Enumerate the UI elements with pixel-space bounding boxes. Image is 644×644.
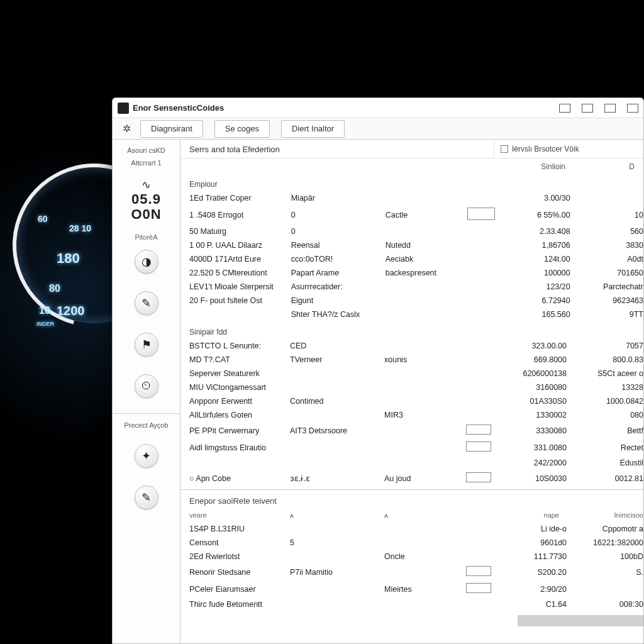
cell-val1: 0 [282, 225, 377, 238]
gauge-10: 10 [39, 305, 50, 316]
cell-num2 [579, 191, 643, 205]
caret1-icon[interactable]: ʌ [290, 512, 294, 519]
window-title: Enor SensensticCoides [133, 103, 224, 113]
cell-box [457, 456, 500, 470]
group1-label: Empiour [180, 174, 643, 191]
cell-val2 [375, 536, 457, 550]
cell-box [457, 422, 500, 439]
cell-box [458, 266, 504, 280]
caret2-icon[interactable]: ʌ [384, 512, 388, 519]
cell-val2: Aeciabk [377, 252, 458, 266]
cell-name: 1Ed Tratier Coper [180, 191, 282, 205]
globe-icon[interactable]: ✦ [135, 444, 158, 468]
cell-box [458, 238, 504, 252]
table-row: 20 F- pout fsltele OstEigunt6.7294096234… [180, 294, 643, 308]
colhdr-2: D [565, 162, 635, 171]
app-icon [118, 103, 129, 114]
minimize2-icon[interactable] [582, 104, 593, 113]
cell-num2: 701650 [579, 266, 643, 280]
cell-box [458, 205, 504, 225]
g3-hdr-r2: Inimcisoo [614, 511, 643, 519]
tab-data[interactable]: Diert Inaltor [281, 120, 345, 138]
cell-val2: xounis [375, 353, 457, 367]
cell-name: 1 00 P. UAAL Dilaarz [180, 238, 282, 252]
cell-num1: 100000 [504, 266, 579, 280]
g3-colA: veare [189, 511, 207, 519]
table-row: Shter THA?/z Caslx165.5609TT [180, 308, 643, 321]
cell-num2: S. [575, 564, 643, 580]
table-row: MIU ViCtongamessart316008013328 [180, 380, 643, 394]
group1-table: 1Ed Tratier CoperMiapär3.00/301 .5408 Er… [180, 191, 643, 321]
input-box[interactable] [467, 208, 495, 220]
cell-num2: 13328 [575, 380, 643, 394]
header-checkbox[interactable] [501, 145, 508, 153]
input-box[interactable] [466, 472, 491, 482]
tab-diagnostics[interactable]: Diagnsirant [140, 120, 203, 138]
cell-val2 [375, 522, 457, 536]
cell-name: Aidl limgstuss Elrautio [180, 439, 281, 456]
cell-num1: 6.72940 [504, 294, 579, 308]
cell-num1: 2:90/20 [500, 580, 575, 597]
cell-name: Renorir Stedsane [180, 564, 281, 580]
colhdr-1: Sinlioin [477, 162, 565, 171]
cell-name: 22.520 5 CMtereutiont [180, 266, 282, 280]
close-icon[interactable] [627, 104, 638, 113]
input-box[interactable] [466, 566, 491, 576]
wrench-icon[interactable]: ✎ [135, 291, 158, 315]
cell-num1: 6 55%.00 [504, 205, 579, 225]
gauge-icon[interactable]: ⏲ [135, 374, 158, 398]
gauge-2810: 28 10 [69, 223, 91, 233]
cell-name: Anpponr Eerwentt [180, 394, 281, 408]
cell-num1: 3.00/30 [504, 191, 579, 205]
cell-val1: TVerneer [281, 353, 375, 367]
input-box[interactable] [466, 425, 491, 435]
table-row: MD T?.CATTVerneerxounis669.8000800.0.83 [180, 353, 643, 367]
cell-box [457, 470, 500, 487]
cell-val1: cco:0oTOR! [282, 252, 377, 266]
cell-num1: 3160080 [500, 380, 575, 394]
cell-val2 [377, 308, 458, 321]
cell-num2: 0012.81 [575, 470, 643, 487]
cell-box [457, 367, 500, 380]
cell-box [457, 353, 500, 367]
cell-val1: Miapär [282, 191, 377, 205]
cell-num2: A0dt [579, 252, 643, 266]
gauge-unit: INDER [36, 321, 54, 327]
cell-val1: Eigunt [282, 294, 377, 308]
cell-num1: Li ide-o [500, 522, 575, 536]
gear-icon[interactable]: ✲ [118, 120, 135, 138]
cell-num1: 10S0030 [500, 470, 575, 487]
minimize-icon[interactable] [559, 104, 570, 113]
cell-num1: 01A330S0 [500, 394, 575, 408]
cell-num2: 10 [579, 205, 643, 225]
cell-val1: AIT3 Detsrsoore [281, 422, 375, 439]
maximize-icon[interactable] [604, 104, 616, 113]
table-row: 242/2000Edustil [180, 456, 643, 470]
cell-box [457, 339, 500, 353]
cell-name: ○ Apn Cobe [180, 470, 281, 487]
table-row: 22.520 5 CMtereutiontPapart Aramebackesp… [180, 266, 643, 280]
cell-name: 1 .5408 Errogot [180, 205, 282, 225]
table-row: Seperver Steaturerk6206000138S5Ct aceer … [180, 367, 643, 380]
cell-val2 [377, 280, 458, 294]
input-box[interactable] [466, 441, 491, 452]
cell-val2 [375, 422, 457, 439]
table-row: Anpponr EerwenttContimed01A330S01000.084… [180, 394, 643, 408]
cell-num1: C1.64 [500, 597, 575, 611]
input-box[interactable] [466, 583, 491, 593]
cell-num1: S200.20 [500, 564, 575, 580]
cell-val1 [281, 408, 375, 422]
cell-name: PE PPit Cerwernary [180, 422, 281, 439]
tool-icon[interactable]: ✎ [135, 486, 158, 509]
engine-icon[interactable]: ◑ [135, 250, 158, 274]
cell-num2: 080 [575, 408, 643, 422]
cell-box [457, 564, 500, 580]
cell-val2: MIR3 [375, 408, 457, 422]
group3-header: veare ʌ ʌ nape Inimcisoo [180, 508, 643, 522]
flag-icon[interactable]: ⚑ [135, 333, 158, 357]
gauge-80: 80 [49, 283, 60, 294]
tab-codes[interactable]: Se coges [214, 120, 270, 138]
table-row: 1 00 P. UAAL DilaarzReensalNutedd1,86706… [180, 238, 643, 252]
cell-val1 [281, 456, 375, 470]
table-row: 4000D 171Artd Eurecco:0oTOR!Aeciabk124t.… [180, 252, 643, 266]
